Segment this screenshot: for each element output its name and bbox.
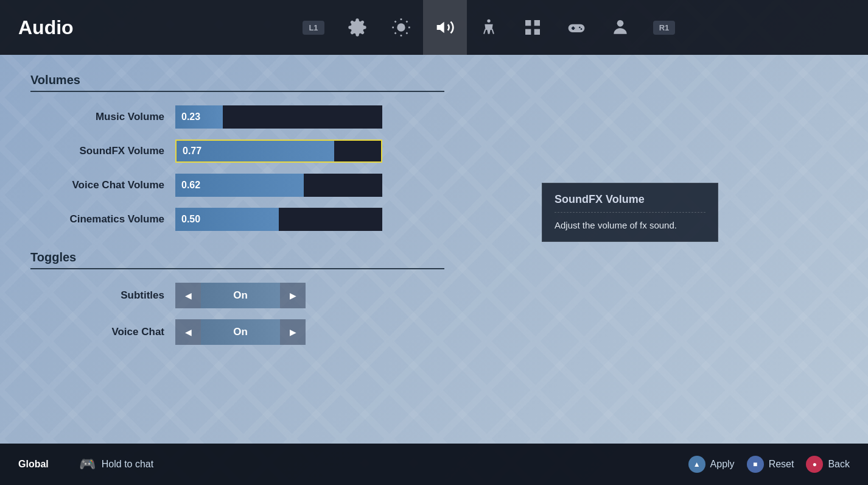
reset-action[interactable]: ■ Reset: [747, 456, 794, 473]
svg-point-10: [487, 19, 490, 23]
apply-label: Apply: [710, 459, 735, 470]
reset-button-icon: ■: [747, 456, 764, 473]
nav-tabs: L1: [128, 0, 850, 55]
subtitles-value: On: [201, 283, 280, 308]
svg-line-4: [406, 32, 407, 34]
gear-icon: [348, 18, 367, 37]
scope-label: Global: [18, 459, 49, 470]
cinematics-volume-value: 0.50: [181, 214, 200, 225]
svg-rect-14: [534, 29, 540, 35]
voicechat-prev-button[interactable]: ◀: [175, 319, 201, 345]
voicechat-volume-slider[interactable]: 0.62: [175, 174, 382, 197]
tooltip-description: Adjust the volume of fx sound.: [555, 219, 705, 232]
subtitles-label: Subtitles: [30, 289, 164, 302]
voicechat-volume-label: Voice Chat Volume: [30, 179, 164, 191]
subtitles-prev-button[interactable]: ◀: [175, 283, 201, 308]
voicechat-next-button[interactable]: ▶: [280, 319, 306, 345]
volumes-section-title: Volumes: [30, 73, 444, 92]
tooltip-box: SoundFX Volume Adjust the volume of fx s…: [542, 183, 718, 242]
hold-to-chat-label: Hold to chat: [102, 459, 153, 470]
soundfx-volume-label: SoundFX Volume: [30, 145, 164, 157]
subtitles-next-button[interactable]: ▶: [280, 283, 306, 308]
soundfx-volume-row: SoundFX Volume 0.77: [30, 138, 838, 164]
page-title: Audio: [18, 16, 91, 39]
back-button-icon: ●: [806, 456, 823, 473]
music-volume-value: 0.23: [181, 112, 200, 122]
back-label: Back: [828, 459, 850, 470]
soundfx-volume-slider[interactable]: 0.77: [175, 140, 382, 163]
svg-rect-13: [525, 29, 531, 35]
subtitles-toggle-row: Subtitles ◀ On ▶: [30, 281, 838, 310]
svg-line-8: [406, 21, 407, 23]
bottom-bar: Global 🎮 Hold to chat ▲ Apply ■ Reset ● …: [0, 444, 868, 485]
svg-point-20: [617, 20, 624, 27]
accessibility-icon: [479, 18, 499, 37]
cinematics-volume-label: Cinematics Volume: [30, 213, 164, 225]
gamepad-button-icon: 🎮: [79, 456, 96, 472]
svg-point-19: [581, 28, 583, 30]
music-volume-label: Music Volume: [30, 111, 164, 123]
person-icon: [611, 18, 630, 37]
svg-point-0: [397, 23, 405, 31]
svg-line-3: [395, 21, 396, 23]
nav-tab-brightness[interactable]: [379, 0, 423, 55]
l1-icon: L1: [303, 21, 324, 35]
subtitles-control: ◀ On ▶: [175, 283, 306, 308]
svg-marker-9: [437, 22, 444, 34]
bottom-actions: ▲ Apply ■ Reset ● Back: [688, 456, 850, 473]
voicechat-toggle-label: Voice Chat: [30, 326, 164, 338]
main-content: Volumes Music Volume 0.23 SoundFX Volume…: [0, 55, 868, 373]
hold-to-chat-section: 🎮 Hold to chat: [79, 456, 153, 472]
soundfx-volume-value: 0.77: [183, 146, 201, 157]
voicechat-toggle-row: Voice Chat ◀ On ▶: [30, 318, 838, 346]
voicechat-toggle-value: On: [201, 319, 280, 345]
sun-icon: [391, 18, 411, 37]
reset-label: Reset: [769, 459, 794, 470]
grid-icon: [523, 18, 542, 37]
apply-action[interactable]: ▲ Apply: [688, 456, 735, 473]
tooltip-title: SoundFX Volume: [555, 193, 705, 213]
nav-tab-account[interactable]: [598, 0, 642, 55]
apply-button-icon: ▲: [688, 456, 705, 473]
r1-icon: R1: [653, 21, 676, 35]
back-action[interactable]: ● Back: [806, 456, 850, 473]
music-volume-slider[interactable]: 0.23: [175, 105, 382, 129]
nav-tab-accessibility[interactable]: [467, 0, 511, 55]
nav-tab-settings[interactable]: [335, 0, 379, 55]
voicechat-volume-value: 0.62: [181, 180, 200, 191]
nav-tab-grid[interactable]: [511, 0, 555, 55]
cinematics-volume-slider[interactable]: 0.50: [175, 208, 382, 231]
nav-tab-gamepad[interactable]: [555, 0, 598, 55]
svg-rect-11: [525, 20, 531, 26]
speaker-icon: [435, 18, 455, 37]
svg-line-7: [395, 32, 396, 34]
toggles-section: Toggles Subtitles ◀ On ▶ Voice Chat ◀ On…: [30, 250, 838, 346]
top-navigation: Audio L1: [0, 0, 868, 55]
voicechat-control: ◀ On ▶: [175, 319, 306, 345]
gamepad-icon: [567, 18, 586, 37]
nav-tab-r1[interactable]: R1: [642, 0, 686, 55]
nav-tab-l1[interactable]: L1: [292, 0, 335, 55]
svg-rect-12: [534, 20, 540, 26]
nav-tab-audio[interactable]: [423, 0, 467, 55]
music-volume-row: Music Volume 0.23: [30, 104, 838, 130]
svg-rect-15: [569, 24, 585, 32]
svg-point-18: [579, 27, 581, 29]
toggles-section-title: Toggles: [30, 250, 444, 269]
